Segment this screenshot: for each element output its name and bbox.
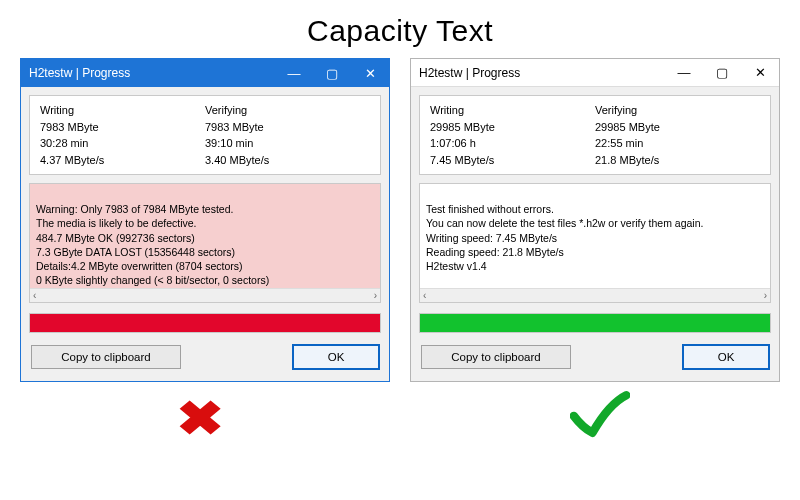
log-output: Test finished without errors. You can no… (419, 183, 771, 303)
writing-column: Writing 29985 MByte 1:07:06 h 7.45 MByte… (430, 102, 595, 168)
verifying-time: 39:10 min (205, 135, 370, 152)
writing-amount: 7983 MByte (40, 119, 205, 136)
verifying-speed: 3.40 MByte/s (205, 152, 370, 169)
copy-button[interactable]: Copy to clipboard (421, 345, 571, 369)
dialog-right: H2testw | Progress ― ▢ ✕ Writing 29985 M… (410, 58, 780, 382)
ok-button[interactable]: OK (293, 345, 379, 369)
window-title: H2testw | Progress (419, 66, 665, 80)
close-icon[interactable]: ✕ (351, 59, 389, 87)
page-heading: Capacity Text (0, 0, 800, 48)
ok-button[interactable]: OK (683, 345, 769, 369)
verifying-label: Verifying (205, 102, 370, 119)
horizontal-scrollbar[interactable]: ‹ › (30, 288, 380, 302)
maximize-icon[interactable]: ▢ (703, 59, 741, 86)
verifying-column: Verifying 29985 MByte 22:55 min 21.8 MBy… (595, 102, 760, 168)
close-icon[interactable]: ✕ (741, 59, 779, 86)
log-output: Warning: Only 7983 of 7984 MByte tested.… (29, 183, 381, 303)
dialog-left: H2testw | Progress ― ▢ ✕ Writing 7983 MB… (20, 58, 390, 382)
maximize-icon[interactable]: ▢ (313, 59, 351, 87)
titlebar[interactable]: H2testw | Progress ― ▢ ✕ (411, 59, 779, 87)
writing-speed: 7.45 MByte/s (430, 152, 595, 169)
scroll-right-icon[interactable]: › (764, 289, 767, 303)
writing-speed: 4.37 MByte/s (40, 152, 205, 169)
writing-time: 30:28 min (40, 135, 205, 152)
writing-label: Writing (430, 102, 595, 119)
verifying-amount: 29985 MByte (595, 119, 760, 136)
verifying-amount: 7983 MByte (205, 119, 370, 136)
writing-label: Writing (40, 102, 205, 119)
writing-time: 1:07:06 h (430, 135, 595, 152)
stats-panel: Writing 29985 MByte 1:07:06 h 7.45 MByte… (419, 95, 771, 175)
minimize-icon[interactable]: ― (275, 59, 313, 87)
verifying-time: 22:55 min (595, 135, 760, 152)
fail-mark: ✖ (15, 390, 385, 446)
scroll-left-icon[interactable]: ‹ (423, 289, 426, 303)
horizontal-scrollbar[interactable]: ‹ › (420, 288, 770, 302)
cross-icon: ✖ (176, 390, 224, 446)
verifying-label: Verifying (595, 102, 760, 119)
check-icon (570, 424, 630, 441)
progress-bar (29, 313, 381, 333)
scroll-left-icon[interactable]: ‹ (33, 289, 36, 303)
progress-bar (419, 313, 771, 333)
minimize-icon[interactable]: ― (665, 59, 703, 86)
writing-amount: 29985 MByte (430, 119, 595, 136)
verifying-speed: 21.8 MByte/s (595, 152, 760, 169)
verifying-column: Verifying 7983 MByte 39:10 min 3.40 MByt… (205, 102, 370, 168)
writing-column: Writing 7983 MByte 30:28 min 4.37 MByte/… (40, 102, 205, 168)
titlebar[interactable]: H2testw | Progress ― ▢ ✕ (21, 59, 389, 87)
scroll-right-icon[interactable]: › (374, 289, 377, 303)
window-title: H2testw | Progress (29, 66, 275, 80)
copy-button[interactable]: Copy to clipboard (31, 345, 181, 369)
log-text: Test finished without errors. You can no… (426, 203, 703, 272)
pass-mark (415, 390, 785, 446)
stats-panel: Writing 7983 MByte 30:28 min 4.37 MByte/… (29, 95, 381, 175)
